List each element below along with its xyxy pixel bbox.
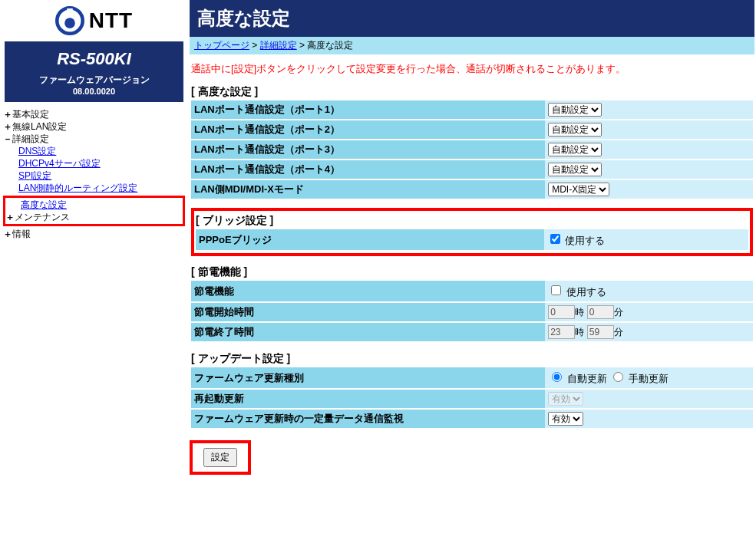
select-lan3[interactable]: 自動設定 [548,143,602,156]
expand-icon: ＋ [3,228,12,240]
highlight-advanced: 高度な設定 ＋メンテナンス [3,196,185,226]
collapse-icon: － [3,133,12,145]
nav: ＋基本設定 ＋無線LAN設定 －詳細設定 DNS設定 DHCPv4サーバ設定 S… [0,108,188,240]
radio-auto-update[interactable] [552,372,562,382]
nav-wlan[interactable]: ＋無線LAN設定 [3,120,185,133]
expand-icon: ＋ [3,108,12,120]
row-lan4: LANポート通信設定（ポート4）自動設定 [191,160,753,179]
row-power-end: 節電終了時間時 分 [191,322,753,342]
row-lan3: LANポート通信設定（ポート3）自動設定 [191,140,753,160]
section-title-advanced: [ 高度な設定 ] [191,84,753,100]
section-update: [ アップデート設定 ] ファームウェア更新種別 自動更新 手動更新 再起動更新… [191,350,753,429]
section-power: [ 節電機能 ] 節電機能 使用する 節電開始時間時 分 節電終了時間時 分 [191,264,753,343]
breadcrumb-detail[interactable]: 詳細設定 [260,40,297,51]
input-start-hour[interactable] [548,305,575,319]
input-end-min[interactable] [587,325,614,339]
expand-icon: ＋ [5,211,15,223]
select-lan2[interactable]: 自動設定 [548,123,602,137]
submit-button[interactable]: 設定 [203,448,237,467]
nav-basic[interactable]: ＋基本設定 [3,108,185,120]
input-end-hour[interactable] [548,325,575,339]
section-bridge: [ ブリッジ設定 ] PPPoEブリッジ 使用する [191,208,753,256]
breadcrumb-here: 高度な設定 [307,40,353,51]
ntt-logo-icon [55,6,84,35]
select-monitor[interactable]: 有効 [548,412,583,426]
section-title-update: [ アップデート設定 ] [191,350,753,367]
nav-info[interactable]: ＋情報 [3,228,185,240]
logo: NTT [0,0,188,38]
warning-text: 通話中に[設定]ボタンをクリックして設定変更を行った場合、通話が切断されることが… [190,54,754,84]
nav-spi[interactable]: SPI設定 [3,169,185,182]
row-power: 節電機能 使用する [191,281,753,302]
section-advanced: [ 高度な設定 ] LANポート通信設定（ポート1）自動設定 LANポート通信設… [191,84,753,200]
row-pppoe: PPPoEブリッジ 使用する [196,229,748,251]
nav-routing[interactable]: LAN側静的ルーティング設定 [3,182,185,194]
section-title-bridge: [ ブリッジ設定 ] [196,212,748,229]
breadcrumb: トップページ > 詳細設定 > 高度な設定 [190,37,754,54]
row-power-start: 節電開始時間時 分 [191,302,753,322]
svg-point-3 [65,19,74,28]
radio-manual-update[interactable] [613,372,623,382]
svg-rect-2 [67,8,73,17]
select-mdi[interactable]: MDI-X固定 [548,183,609,196]
row-lan1: LANポート通信設定（ポート1）自動設定 [191,100,753,120]
checkbox-pppoe[interactable] [550,234,560,244]
row-lan2: LANポート通信設定（ポート2）自動設定 [191,120,753,140]
breadcrumb-top[interactable]: トップページ [194,40,249,51]
fw-label: ファームウェアバージョン [8,74,180,87]
nav-dns[interactable]: DNS設定 [3,145,185,157]
model-name: RS-500KI [8,49,180,69]
row-mdi: LAN側MDI/MDI-XモードMDI-X固定 [191,179,753,199]
nav-maint[interactable]: ＋メンテナンス [5,211,183,223]
row-fw-type: ファームウェア更新種別 自動更新 手動更新 [191,367,753,389]
row-reboot: 再起動更新有効 [191,389,753,409]
highlight-bridge: [ ブリッジ設定 ] PPPoEブリッジ 使用する [191,208,753,256]
select-reboot[interactable]: 有効 [548,392,583,406]
expand-icon: ＋ [3,120,12,133]
highlight-submit: 設定 [190,440,251,475]
brand-name: NTT [89,8,133,33]
fw-version: 08.00.0020 [8,87,180,96]
select-lan1[interactable]: 自動設定 [548,103,602,117]
section-title-power: [ 節電機能 ] [191,264,753,281]
nav-advanced[interactable]: 高度な設定 [5,199,183,211]
model-box: RS-500KI ファームウェアバージョン 08.00.0020 [5,41,183,102]
row-monitor: ファームウェア更新時の一定量データ通信監視有効 [191,409,753,429]
nav-detail[interactable]: －詳細設定 [3,133,185,145]
select-lan4[interactable]: 自動設定 [548,163,602,176]
input-start-min[interactable] [587,305,614,319]
checkbox-power[interactable] [551,285,561,295]
page-title: 高度な設定 [190,0,754,37]
nav-dhcp[interactable]: DHCPv4サーバ設定 [3,157,185,169]
